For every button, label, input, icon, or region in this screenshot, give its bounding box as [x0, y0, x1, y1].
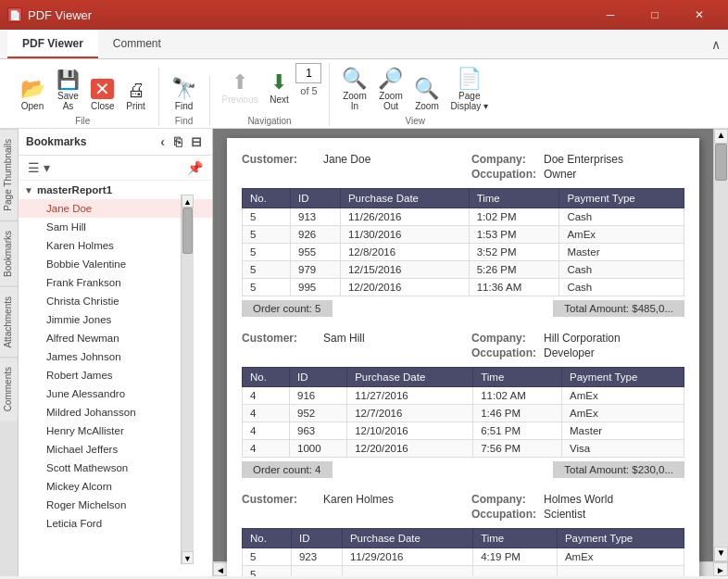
zoom-out-icon: 🔎 [378, 69, 403, 89]
bookmarks-pin[interactable]: 📌 [183, 158, 207, 177]
table-row: 5 [243, 566, 684, 577]
occupation-label: Occupation: [471, 508, 536, 521]
total-amount: Total Amount: $485,0... [553, 300, 684, 317]
table-footer-jane-doe: Order count: 5 Total Amount: $485,0... [242, 300, 684, 317]
data-table-sam-hill: No. ID Purchase Date Time Payment Type 4… [242, 367, 684, 458]
customer-section-karen-holmes: Customer: Karen Holmes Company: Holmes W… [242, 493, 684, 576]
company-value: Doe Enterprises [544, 153, 684, 166]
table-header-date: Purchase Date [347, 368, 473, 387]
customer-label: Customer: [242, 332, 316, 345]
collapse-button[interactable]: ∧ [711, 37, 721, 52]
previous-button[interactable]: ⬆ Previous [218, 69, 263, 107]
customer-section-jane-doe: Customer: Jane Doe Company: Doe Enterpri… [242, 153, 684, 317]
tab-comment[interactable]: Comment [98, 30, 176, 58]
save-icon: 💾 [56, 70, 80, 89]
print-button[interactable]: 🖨 Print [121, 78, 151, 113]
company-label: Company: [471, 493, 536, 506]
file-group-label: File [15, 116, 151, 126]
pdf-page: Customer: Jane Doe Company: Doe Enterpri… [227, 138, 699, 576]
customer-info-sam: Customer: Sam Hill Company: Hill Corpora… [242, 332, 684, 359]
table-row: 4 963 12/10/2016 6:51 PM Master [243, 422, 684, 440]
total-amount: Total Amount: $230,0... [553, 461, 684, 478]
customer-info: Customer: Jane Doe Company: Doe Enterpri… [242, 153, 684, 181]
table-header-date: Purchase Date [342, 529, 472, 548]
maximize-button[interactable]: □ [634, 0, 676, 30]
ribbon-group-find: 🔭 Find Find [159, 76, 210, 126]
company-value: Hill Corporation [544, 332, 684, 345]
next-button[interactable]: ⬇ Next [264, 69, 294, 107]
order-count: Order count: 5 [242, 300, 333, 317]
page-display-icon: 📄 [457, 69, 482, 89]
ribbon: 📂 Open 💾 SaveAs ✕ Close 🖨 Print File 🔭 F… [0, 59, 728, 129]
table-row: 4 916 11/27/2016 11:02 AM AmEx [243, 387, 684, 405]
open-button[interactable]: 📂 Open [15, 76, 50, 113]
ribbon-group-file: 📂 Open 💾 SaveAs ✕ Close 🖨 Print File [7, 68, 159, 126]
table-row: 5 955 12/8/2016 3:52 PM Master [243, 244, 684, 261]
bookmarks-panel: Bookmarks ‹ ⎘ ⊟ ☰ ▾ 📌 ▼ masterReport1 Ja… [19, 129, 213, 576]
find-button[interactable]: 🔭 Find [167, 76, 202, 113]
page-number-input[interactable] [295, 63, 321, 83]
pdf-scroll-area: Customer: Jane Doe Company: Doe Enterpri… [213, 129, 728, 576]
window-title: PDF Viewer [28, 8, 92, 22]
table-row: 5 979 12/15/2016 5:26 PM Cash [243, 261, 684, 279]
navigation-group-label: Navigation [218, 116, 322, 126]
side-tabs: Page Thumbnails Bookmarks Attachments Co… [0, 129, 19, 576]
table-row: 5 995 12/20/2016 11:36 AM Cash [243, 279, 684, 296]
customer-name: Sam Hill [323, 332, 464, 345]
page-display-button[interactable]: 📄 PageDisplay ▾ [446, 66, 493, 113]
bookmarks-menu[interactable]: ⊟ [188, 133, 205, 150]
sidebar-item-bookmarks[interactable]: Bookmarks [0, 220, 18, 286]
occupation-label: Occupation: [471, 168, 536, 181]
table-header-no: No. [243, 529, 292, 548]
zoom-out-button[interactable]: 🔎 ZoomOut [373, 66, 408, 113]
tab-bar: PDF Viewer Comment ∧ [0, 30, 728, 59]
occupation-value: Scientist [544, 508, 684, 521]
table-header-date: Purchase Date [340, 189, 469, 208]
bookmarks-expand[interactable]: ⎘ [171, 133, 184, 150]
customer-info-karen: Customer: Karen Holmes Company: Holmes W… [242, 493, 684, 521]
table-header-time: Time [473, 368, 562, 387]
table-header-payment: Payment Type [557, 529, 684, 548]
order-count: Order count: 4 [242, 461, 333, 478]
close-doc-button[interactable]: ✕ Close [86, 76, 119, 113]
table-header-payment: Payment Type [562, 368, 684, 387]
bookmarks-header: Bookmarks ‹ ⎘ ⊟ [19, 129, 212, 156]
occupation-value: Developer [544, 346, 684, 359]
close-doc-icon: ✕ [91, 79, 114, 99]
sidebar-item-comments[interactable]: Comments [0, 357, 18, 421]
sidebar-item-page-thumbnails[interactable]: Page Thumbnails [0, 129, 18, 220]
table-footer-sam-hill: Order count: 4 Total Amount: $230,0... [242, 461, 684, 478]
tab-pdf-viewer[interactable]: PDF Viewer [7, 30, 98, 58]
zoom-in-button[interactable]: 🔍 ZoomIn [337, 66, 371, 113]
table-row: 4 1000 12/20/2016 7:56 PM Visa [243, 440, 684, 458]
company-label: Company: [471, 153, 536, 166]
zoom-in-icon: 🔍 [342, 69, 367, 89]
expand-icon: ▼ [24, 185, 33, 195]
page-total: of 5 [300, 85, 317, 96]
open-icon: 📂 [20, 79, 45, 99]
save-as-button[interactable]: 💾 SaveAs [52, 68, 84, 113]
minimize-button[interactable]: ─ [589, 0, 632, 30]
occupation-value: Owner [544, 168, 684, 181]
bookmarks-title: Bookmarks [26, 135, 86, 148]
bookmarks-toolbar: ☰ ▾ 📌 [19, 156, 212, 181]
pdf-area: ▲ ▼ ◄ ► Customer: Jane Doe Comp [213, 129, 728, 576]
customer-name: Jane Doe [323, 153, 464, 166]
table-header-id: ID [289, 368, 346, 387]
data-table-karen-holmes: No. ID Purchase Date Time Payment Type 5… [242, 528, 684, 576]
title-bar: 📄 PDF Viewer ─ □ ✕ [0, 0, 728, 30]
zoom-button[interactable]: 🔍 Zoom [409, 76, 444, 113]
next-icon: ⬇ [270, 72, 287, 93]
customer-label: Customer: [242, 493, 316, 506]
company-label: Company: [471, 332, 536, 345]
view-group-label: View [337, 116, 493, 126]
print-icon: 🖨 [127, 81, 145, 99]
close-button[interactable]: ✕ [678, 0, 721, 30]
data-table-jane-doe: No. ID Purchase Date Time Payment Type 5… [242, 188, 684, 296]
ribbon-group-view: 🔍 ZoomIn 🔎 ZoomOut 🔍 Zoom 📄 PageDisplay … [330, 66, 500, 126]
sidebar-item-attachments[interactable]: Attachments [0, 286, 18, 358]
bookmarks-nav-left[interactable]: ‹ [157, 133, 168, 150]
table-header-no: No. [243, 368, 290, 387]
zoom-icon: 🔍 [414, 79, 439, 99]
bookmarks-list-view[interactable]: ☰ ▾ [24, 158, 54, 177]
